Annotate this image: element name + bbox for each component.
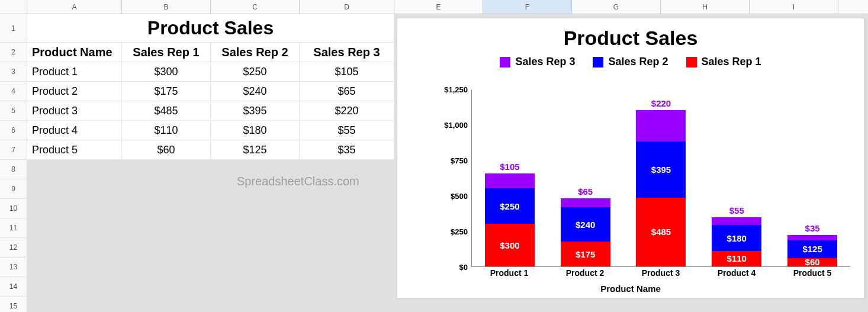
cell-r3-cD[interactable]: $105 bbox=[300, 62, 394, 82]
x-tick-label: Product 4 bbox=[718, 268, 756, 278]
legend-item: Sales Rep 3 bbox=[500, 56, 575, 68]
table-header-3[interactable]: Sales Rep 3 bbox=[300, 43, 394, 62]
chart-legend: Sales Rep 3Sales Rep 2Sales Rep 1 bbox=[397, 56, 864, 68]
bar-segment: $240 bbox=[561, 207, 610, 242]
row-header-3[interactable]: 3 bbox=[0, 62, 27, 82]
legend-item: Sales Rep 2 bbox=[593, 56, 668, 68]
legend-label: Sales Rep 3 bbox=[515, 56, 575, 68]
bar-segment: $60 bbox=[787, 258, 837, 266]
y-tick-label: $250 bbox=[451, 227, 468, 236]
table-header-1[interactable]: Sales Rep 1 bbox=[122, 43, 211, 62]
bar-segment: $65 bbox=[561, 198, 610, 208]
cell-r4-cA[interactable]: Product 2 bbox=[27, 82, 122, 101]
plot-area: $300$250$105$175$240$65$485$395$220$110$… bbox=[471, 89, 850, 267]
bar-segment: $55 bbox=[712, 217, 761, 225]
bar-top-label: $220 bbox=[636, 98, 686, 108]
bar-group: $110$180$55 bbox=[712, 217, 761, 266]
row-header-7[interactable]: 7 bbox=[0, 140, 27, 160]
legend-item: Sales Rep 1 bbox=[686, 56, 761, 68]
legend-label: Sales Rep 2 bbox=[608, 56, 668, 68]
x-axis-title: Product Name bbox=[397, 284, 864, 294]
bar-group: $175$240$65 bbox=[561, 198, 610, 266]
bar-segment: $485 bbox=[636, 198, 686, 266]
cell-r3-cA[interactable]: Product 1 bbox=[27, 62, 122, 82]
chart[interactable]: Product Sales Sales Rep 3Sales Rep 2Sale… bbox=[397, 18, 864, 299]
table-header-2[interactable]: Sales Rep 2 bbox=[211, 43, 300, 62]
column-header-I[interactable]: I bbox=[750, 0, 838, 14]
row-header-4[interactable]: 4 bbox=[0, 82, 27, 101]
cell-r3-cC[interactable]: $250 bbox=[211, 62, 300, 82]
y-tick-label: $1,250 bbox=[444, 85, 468, 94]
table-header-0[interactable]: Product Name bbox=[27, 43, 122, 62]
y-tick-label: $1,000 bbox=[444, 121, 468, 130]
bar-top-label: $105 bbox=[485, 162, 535, 172]
cell-r4-cB[interactable]: $175 bbox=[122, 82, 211, 101]
cell-r6-cC[interactable]: $180 bbox=[211, 121, 300, 140]
bar-segment: $250 bbox=[485, 188, 535, 224]
cell-r5-cA[interactable]: Product 3 bbox=[27, 101, 122, 121]
row-header-8[interactable]: 8 bbox=[0, 160, 27, 179]
row-header-6[interactable]: 6 bbox=[0, 121, 27, 140]
legend-swatch bbox=[686, 57, 697, 67]
cell-r6-cD[interactable]: $55 bbox=[300, 121, 394, 140]
cell-r7-cB[interactable]: $60 bbox=[122, 140, 211, 160]
row-header-9[interactable]: 9 bbox=[0, 179, 27, 199]
row-header-5[interactable]: 5 bbox=[0, 101, 27, 121]
column-header-H[interactable]: H bbox=[661, 0, 750, 14]
bar-group: $60$125$35 bbox=[787, 235, 837, 266]
x-tick-label: Product 2 bbox=[566, 268, 605, 278]
row-header-10[interactable]: 10 bbox=[0, 199, 27, 218]
row-header-2[interactable]: 2 bbox=[0, 43, 27, 62]
cell-r3-cB[interactable]: $300 bbox=[122, 62, 211, 82]
bar-top-label: $55 bbox=[712, 205, 761, 215]
column-header-G[interactable]: G bbox=[572, 0, 661, 14]
cell-r7-cC[interactable]: $125 bbox=[211, 140, 300, 160]
y-tick-label: $0 bbox=[459, 263, 468, 272]
row-header-14[interactable]: 14 bbox=[0, 277, 27, 297]
cell-r7-cD[interactable]: $35 bbox=[300, 140, 394, 160]
legend-swatch bbox=[500, 57, 510, 67]
legend-swatch bbox=[593, 57, 603, 67]
bar-segment: $395 bbox=[636, 141, 686, 198]
column-header-B[interactable]: B bbox=[122, 0, 211, 14]
row-header-11[interactable]: 11 bbox=[0, 218, 27, 238]
column-header-row: ABCDEFGHI bbox=[0, 0, 868, 14]
x-tick-label: Product 5 bbox=[793, 268, 832, 278]
cell-r5-cB[interactable]: $485 bbox=[122, 101, 211, 121]
bar-segment: $110 bbox=[712, 251, 761, 266]
cell-r5-cD[interactable]: $220 bbox=[300, 101, 394, 121]
cell-r6-cA[interactable]: Product 4 bbox=[27, 121, 122, 140]
cell-r6-cB[interactable]: $110 bbox=[122, 121, 211, 140]
cell-r7-cA[interactable]: Product 5 bbox=[27, 140, 122, 160]
bar-segment: $300 bbox=[485, 224, 535, 266]
bar-group: $485$395$220 bbox=[636, 110, 686, 266]
watermark-text: SpreadsheetClass.com bbox=[237, 175, 359, 188]
bar-segment: $180 bbox=[712, 225, 761, 250]
row-header-13[interactable]: 13 bbox=[0, 258, 27, 277]
bar-segment: $35 bbox=[787, 235, 837, 240]
chart-title: Product Sales bbox=[397, 27, 864, 50]
x-tick-label: Product 1 bbox=[490, 268, 529, 278]
bar-segment: $220 bbox=[636, 110, 686, 141]
cell-r4-cD[interactable]: $65 bbox=[300, 82, 394, 101]
bar-segment: $125 bbox=[787, 240, 837, 258]
column-header-A[interactable]: A bbox=[27, 0, 122, 14]
bar-segment: $105 bbox=[485, 173, 535, 188]
bar-segment: $175 bbox=[561, 242, 610, 266]
column-header-F[interactable]: F bbox=[483, 0, 572, 14]
column-header-D[interactable]: D bbox=[300, 0, 394, 14]
column-header-C[interactable]: C bbox=[211, 0, 300, 14]
table-title[interactable]: Product Sales bbox=[27, 14, 394, 43]
y-tick-label: $500 bbox=[451, 192, 468, 201]
bar-group: $300$250$105 bbox=[485, 173, 535, 266]
legend-label: Sales Rep 1 bbox=[702, 56, 761, 68]
cell-r5-cC[interactable]: $395 bbox=[211, 101, 300, 121]
cell-r4-cC[interactable]: $240 bbox=[211, 82, 300, 101]
row-header-1[interactable]: 1 bbox=[0, 14, 27, 43]
column-header-E[interactable]: E bbox=[394, 0, 483, 14]
x-tick-label: Product 3 bbox=[642, 268, 680, 278]
select-all-corner[interactable] bbox=[0, 0, 27, 14]
chart-plot: $0$250$500$750$1,000$1,250 $300$250$105$… bbox=[436, 89, 850, 267]
row-header-15[interactable]: 15 bbox=[0, 297, 27, 312]
row-header-12[interactable]: 12 bbox=[0, 238, 27, 258]
